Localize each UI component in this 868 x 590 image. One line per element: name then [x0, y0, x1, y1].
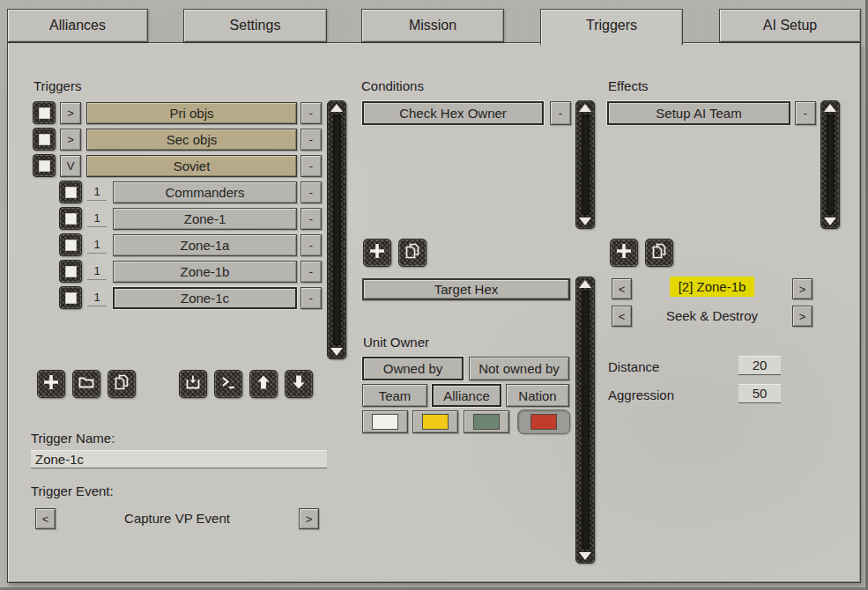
open-trigger-button[interactable] [72, 370, 100, 398]
scroll-down-icon[interactable] [824, 218, 836, 225]
trigger-enabled-checkbox[interactable] [33, 101, 56, 124]
checkbox-mark [39, 134, 50, 145]
conditions-list-scrollbar[interactable] [575, 100, 595, 229]
tab-alliances[interactable]: Alliances [7, 9, 148, 42]
trigger-enabled-checkbox[interactable] [59, 207, 82, 230]
duplicate-effect-button[interactable] [645, 239, 673, 267]
duplicate-condition-button[interactable] [398, 239, 427, 267]
trigger-event-prev-button[interactable]: < [35, 508, 56, 529]
nation-button[interactable]: Nation [506, 384, 569, 407]
owned-by-button-selected[interactable]: Owned by [362, 357, 464, 380]
scroll-up-icon[interactable] [579, 280, 591, 288]
condition-detail-scrollbar[interactable] [575, 277, 595, 564]
color-swatch-white[interactable] [362, 410, 408, 433]
scroll-down-icon[interactable] [330, 348, 343, 356]
triggers-section-title: Triggers [33, 78, 81, 93]
tab-triggers[interactable]: Triggers [540, 9, 683, 45]
trigger-enabled-checkbox[interactable] [33, 154, 56, 177]
trigger-expander-button[interactable]: > [60, 102, 81, 124]
color-swatch-red-selected[interactable] [517, 409, 570, 434]
effect-behavior-next-button[interactable]: > [792, 306, 812, 327]
remove-trigger-button[interactable]: - [300, 102, 322, 124]
duplicate-trigger-button[interactable] [108, 370, 136, 398]
checkbox-mark [39, 107, 50, 119]
remove-condition-button[interactable]: - [550, 101, 571, 125]
trigger-count-field[interactable] [87, 262, 107, 280]
remove-trigger-button[interactable]: - [300, 234, 322, 256]
white-color-chip [372, 414, 398, 430]
effect-item-button-selected[interactable]: Setup AI Team [607, 101, 790, 125]
add-condition-button[interactable] [363, 239, 391, 267]
scroll-up-icon[interactable] [824, 104, 836, 112]
effects-list-scrollbar[interactable] [820, 100, 840, 229]
trigger-enabled-checkbox[interactable] [59, 260, 82, 283]
alliance-button-selected[interactable]: Alliance [432, 384, 501, 407]
scroll-up-icon[interactable] [330, 104, 343, 112]
trigger-item-button[interactable]: Zone-1 [113, 208, 297, 230]
scroll-down-icon[interactable] [579, 552, 591, 560]
distance-input[interactable] [738, 356, 781, 375]
duplicate-icon [113, 373, 130, 395]
arrow-up-icon [255, 373, 272, 395]
scrollbar-track[interactable] [582, 114, 590, 215]
trigger-name-input[interactable] [31, 450, 327, 468]
move-trigger-down-button[interactable] [285, 370, 313, 398]
not-owned-by-button[interactable]: Not owned by [469, 357, 569, 380]
remove-trigger-button[interactable]: - [300, 129, 322, 151]
effect-target-prev-button[interactable]: < [612, 278, 632, 299]
scrollbar-track[interactable] [827, 114, 835, 215]
trigger-count-field[interactable] [87, 210, 107, 227]
effect-target-next-button[interactable]: > [792, 278, 812, 299]
trigger-event-next-button[interactable]: > [299, 508, 319, 529]
trigger-list-scrollbar[interactable] [327, 100, 346, 359]
trigger-item-button[interactable]: Zone-1a [113, 234, 297, 256]
trigger-item-button[interactable]: Sec objs [86, 129, 297, 151]
distance-label: Distance [608, 359, 659, 374]
trigger-item-button[interactable]: Zone-1b [113, 261, 297, 283]
trigger-item-button[interactable]: Soviet [86, 155, 297, 177]
trigger-count-field[interactable] [87, 183, 107, 201]
effect-target-value-wrap: [2] Zone-1b [633, 277, 791, 297]
move-trigger-up-button[interactable] [249, 370, 278, 398]
duplicate-icon [650, 242, 668, 263]
trigger-enabled-checkbox[interactable] [59, 286, 82, 309]
effect-behavior-prev-button[interactable]: < [612, 306, 632, 327]
remove-effect-button[interactable]: - [795, 101, 816, 125]
unit-owner-title: Unit Owner [363, 335, 429, 350]
color-swatch-green[interactable] [464, 410, 509, 433]
tab-settings[interactable]: Settings [183, 9, 327, 42]
tab-mission[interactable]: Mission [361, 9, 504, 42]
trigger-enabled-checkbox[interactable] [59, 233, 82, 256]
condition-item-button-selected[interactable]: Check Hex Owner [362, 101, 544, 125]
add-effect-button[interactable] [610, 239, 638, 267]
import-trigger-button[interactable] [179, 370, 207, 398]
remove-trigger-button[interactable]: - [300, 155, 322, 177]
scroll-down-icon[interactable] [579, 218, 591, 225]
trigger-item-button[interactable]: Pri objs [86, 102, 297, 124]
import-icon [184, 373, 202, 395]
trigger-item-button-selected[interactable]: Zone-1c [113, 287, 297, 309]
remove-trigger-button[interactable]: - [300, 181, 322, 203]
scrollbar-track[interactable] [333, 114, 341, 345]
script-trigger-button[interactable] [214, 370, 242, 398]
color-swatch-yellow[interactable] [412, 410, 458, 433]
scroll-up-icon[interactable] [579, 104, 591, 112]
target-hex-button[interactable]: Target Hex [362, 278, 570, 300]
scrollbar-track[interactable] [582, 291, 590, 549]
trigger-enabled-checkbox[interactable] [59, 181, 82, 203]
remove-trigger-button[interactable]: - [300, 287, 322, 309]
trigger-enabled-checkbox[interactable] [33, 128, 56, 151]
triggers-editor-window: Alliances Settings Mission Triggers AI S… [0, 0, 868, 590]
trigger-expander-button[interactable]: V [60, 155, 81, 177]
trigger-count-field[interactable] [87, 289, 107, 306]
aggression-input[interactable] [738, 384, 781, 403]
remove-trigger-button[interactable]: - [300, 208, 322, 230]
add-trigger-button[interactable] [37, 370, 65, 398]
effects-section-title: Effects [608, 78, 649, 93]
tab-ai-setup[interactable]: AI Setup [719, 9, 861, 42]
trigger-expander-button[interactable]: > [60, 129, 81, 151]
trigger-item-button[interactable]: Commanders [113, 181, 297, 203]
team-button[interactable]: Team [362, 384, 427, 407]
trigger-count-field[interactable] [87, 236, 107, 254]
remove-trigger-button[interactable]: - [300, 261, 322, 283]
